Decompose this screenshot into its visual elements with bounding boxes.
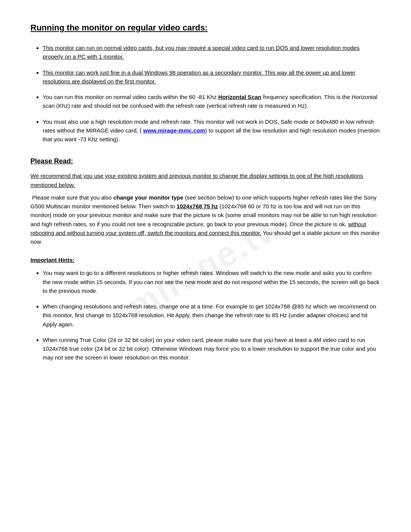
list-item: You must also use a high resolution mode… [43, 117, 381, 144]
mirage-link[interactable]: www.mirage-mmc.com [143, 127, 205, 134]
list-item: You can run this monitor on normal video… [43, 93, 381, 110]
section1-heading: Running the monitor on regular video car… [30, 23, 381, 33]
para1-bold2: 1024x768 75 hz [177, 203, 218, 209]
bullet3-bold: Horizontal Scan [218, 94, 261, 100]
list-item: You may want to go to a different resolu… [43, 268, 381, 295]
para1-bold1: change your monitor type [113, 194, 183, 201]
para1-indent-space: Please make sure that you also [30, 194, 113, 201]
list-item: This monitor can work just fine in a dua… [43, 68, 381, 86]
list-item: When running True Color (24 or 32 bit co… [43, 335, 381, 362]
hint3-text: When running True Color (24 or 32 bit co… [43, 337, 376, 361]
list-item: When changing resolutions and refresh ra… [43, 302, 381, 329]
bullet1-text: This monitor can run on normal video car… [43, 45, 360, 60]
section2-heading: Please Read: [30, 157, 381, 165]
hint1-text: You may want to go to a different resolu… [43, 270, 379, 294]
hints-list: You may want to go to a different resolu… [43, 268, 381, 362]
bullet3-part1: You can run this monitor on normal video… [43, 94, 218, 100]
section1-bullet-list: This monitor can run on normal video car… [43, 43, 381, 144]
hints-heading: Important Hints: [30, 257, 381, 263]
para1-underline-end: without rebooting and without turning yo… [30, 221, 366, 236]
bullet2-text: This monitor can work just fine in a dua… [43, 69, 355, 85]
list-item: This monitor can run on normal video car… [43, 43, 381, 61]
please-read-para1: Please make sure that you also change yo… [30, 193, 381, 246]
hint2-text: When changing resolutions and refresh ra… [43, 303, 376, 328]
please-read-intro: We recommend that you use your existing … [30, 171, 381, 189]
please-read-intro-underline: We recommend that you use your existing … [30, 173, 363, 188]
